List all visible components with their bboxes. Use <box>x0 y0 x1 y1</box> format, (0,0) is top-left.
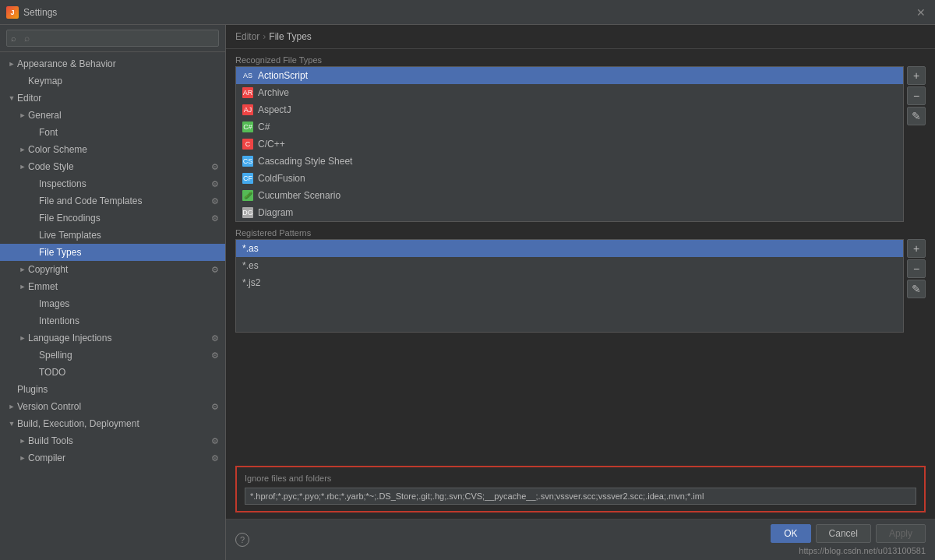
bottom-bar: ? OK Cancel Apply https://blog.csdn.net/… <box>226 519 935 560</box>
sidebar-item-label: Language Injections <box>28 333 211 343</box>
list-item[interactable]: *.es <box>236 257 903 274</box>
sidebar-item-label: Plugins <box>17 384 219 395</box>
sidebar-item-spelling[interactable]: Spelling ⚙ <box>0 347 225 364</box>
sidebar-item-file-code-templates[interactable]: File and Code Templates ⚙ <box>0 192 225 210</box>
registered-patterns-label: Registered Patterns <box>235 228 926 238</box>
sidebar-item-label: Intentions <box>39 315 219 326</box>
list-item[interactable]: 🥒 Cucumber Scenario <box>236 187 903 204</box>
list-item[interactable]: *.js2 <box>236 274 903 291</box>
sidebar-item-editor[interactable]: Editor <box>0 90 225 107</box>
sidebar-item-label: Copyright <box>28 264 211 275</box>
file-type-name: AspectJ <box>258 104 291 115</box>
sidebar-item-label: Spelling <box>39 350 211 361</box>
sidebar-item-build-tools[interactable]: Build Tools ⚙ <box>0 432 225 449</box>
breadcrumb-parent: Editor <box>235 31 259 42</box>
edit-file-type-button[interactable]: ✎ <box>907 107 926 125</box>
cancel-button[interactable]: Cancel <box>816 524 871 543</box>
arrow-icon <box>17 437 28 445</box>
add-file-type-button[interactable]: + <box>907 66 926 85</box>
sidebar-item-build-exec-deploy[interactable]: Build, Execution, Deployment <box>0 415 225 432</box>
file-type-icon: AS <box>242 70 253 81</box>
pattern-name: *.as <box>242 243 259 254</box>
settings-icon: ⚙ <box>211 162 219 172</box>
sidebar-item-compiler[interactable]: Compiler ⚙ <box>0 449 225 467</box>
sidebar-item-label: Build Tools <box>28 435 211 446</box>
list-item[interactable]: *.as <box>236 240 903 257</box>
file-type-name: Diagram <box>258 207 293 218</box>
apply-button[interactable]: Apply <box>876 524 926 543</box>
sidebar-tree: Appearance & Behavior Keymap Editor Gene… <box>0 52 225 560</box>
file-type-icon: AR <box>242 87 253 98</box>
arrow-icon <box>6 420 17 428</box>
edit-pattern-button[interactable]: ✎ <box>907 280 926 298</box>
sidebar-item-general[interactable]: General <box>0 107 225 124</box>
remove-pattern-button[interactable]: − <box>907 259 926 278</box>
search-wrap: ⌕ <box>6 30 219 47</box>
sidebar-item-appearance[interactable]: Appearance & Behavior <box>0 55 225 72</box>
sidebar-item-label: File Types <box>39 247 219 258</box>
sidebar-item-copyright[interactable]: Copyright ⚙ <box>0 261 225 278</box>
close-button[interactable]: ✕ <box>913 5 929 20</box>
list-item[interactable]: DF Dockerfile <box>236 221 903 222</box>
sidebar-item-images[interactable]: Images <box>0 295 225 312</box>
sidebar: ⌕ Appearance & Behavior Keymap Editor <box>0 25 226 560</box>
search-input[interactable] <box>6 30 219 47</box>
sidebar-item-label: Inspections <box>39 178 211 189</box>
sidebar-item-label: Code Style <box>28 161 211 172</box>
main-layout: ⌕ Appearance & Behavior Keymap Editor <box>0 25 935 560</box>
list-item[interactable]: AJ AspectJ <box>236 101 903 118</box>
sidebar-item-font[interactable]: Font <box>0 124 225 141</box>
sidebar-item-intentions[interactable]: Intentions <box>0 312 225 329</box>
content-area: Editor › File Types Recognized File Type… <box>226 25 935 560</box>
remove-file-type-button[interactable]: − <box>907 86 926 105</box>
registered-patterns-list[interactable]: *.as *.es *.js2 <box>235 239 904 333</box>
file-type-icon: CS <box>242 156 253 167</box>
list-item[interactable]: DG Diagram <box>236 204 903 221</box>
sidebar-item-inspections[interactable]: Inspections ⚙ <box>0 175 225 192</box>
settings-icon: ⚙ <box>211 453 219 463</box>
file-types-content: Recognized File Types AS ActionScript AR… <box>226 49 935 466</box>
breadcrumb-separator: › <box>263 31 266 42</box>
file-type-name: Cascading Style Sheet <box>258 156 352 167</box>
title-bar-left: J Settings <box>6 6 57 19</box>
patterns-controls: + − ✎ <box>907 239 926 333</box>
sidebar-item-label: Appearance & Behavior <box>17 58 219 69</box>
file-types-controls: + − ✎ <box>907 66 926 222</box>
arrow-icon <box>6 403 17 410</box>
list-item[interactable]: AS ActionScript <box>236 67 903 84</box>
recognized-file-types-list[interactable]: AS ActionScript AR Archive AJ AspectJ <box>235 66 904 222</box>
add-pattern-button[interactable]: + <box>907 239 926 258</box>
sidebar-item-code-style[interactable]: Code Style ⚙ <box>0 158 225 175</box>
list-item[interactable]: CS Cascading Style Sheet <box>236 153 903 170</box>
sidebar-item-file-types[interactable]: File Types <box>0 244 225 261</box>
sidebar-item-keymap[interactable]: Keymap <box>0 72 225 90</box>
search-box: ⌕ <box>0 25 225 52</box>
title-bar: J Settings ✕ <box>0 0 935 25</box>
sidebar-item-emmet[interactable]: Emmet <box>0 278 225 295</box>
ok-button[interactable]: OK <box>771 524 810 543</box>
arrow-icon <box>17 266 28 273</box>
sidebar-item-color-scheme[interactable]: Color Scheme <box>0 141 225 158</box>
sidebar-item-label: Live Templates <box>39 230 219 241</box>
list-item[interactable]: CF ColdFusion <box>236 170 903 187</box>
sidebar-item-label: Editor <box>17 93 219 104</box>
file-type-name: Cucumber Scenario <box>258 190 340 201</box>
sidebar-item-version-control[interactable]: Version Control ⚙ <box>0 398 225 415</box>
help-button[interactable]: ? <box>235 533 249 547</box>
arrow-icon <box>17 454 28 462</box>
settings-icon: ⚙ <box>211 196 219 206</box>
sidebar-item-live-templates[interactable]: Live Templates <box>0 227 225 244</box>
file-type-name: ColdFusion <box>258 173 305 184</box>
sidebar-item-file-encodings[interactable]: File Encodings ⚙ <box>0 210 225 227</box>
file-type-icon: CF <box>242 173 253 184</box>
ignore-input[interactable] <box>245 488 916 505</box>
sidebar-item-language-injections[interactable]: Language Injections ⚙ <box>0 329 225 347</box>
list-item[interactable]: AR Archive <box>236 84 903 101</box>
sidebar-item-label: File Encodings <box>39 213 211 224</box>
list-item[interactable]: C# C# <box>236 118 903 136</box>
list-item[interactable]: C C/C++ <box>236 136 903 153</box>
file-type-name: Archive <box>258 87 289 98</box>
file-type-name: ActionScript <box>258 70 308 81</box>
sidebar-item-plugins[interactable]: Plugins <box>0 381 225 398</box>
sidebar-item-todo[interactable]: TODO <box>0 364 225 381</box>
